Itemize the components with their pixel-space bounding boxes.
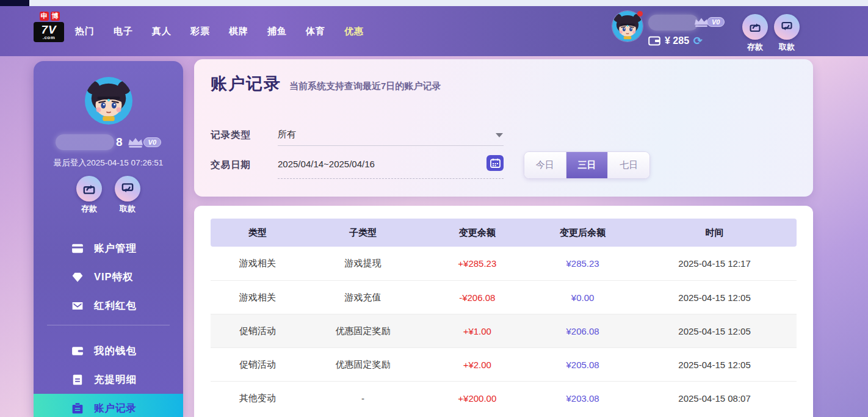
table-header-row: 类型 子类型 变更余额 变更后余额 时间 [211,219,797,247]
records-header-panel: 账户记录 当前系统支持查询最近7日的账户记录 记录类型 所有 交易日期 2025… [194,59,813,197]
sidebar-item-label: 红利红包 [94,299,137,313]
sidebar-item-transaction-details[interactable]: 充提明细 [34,365,183,394]
sidebar-username-masked [56,134,114,150]
sidebar-deposit-button[interactable]: 存款 [76,176,102,214]
table-row[interactable]: 游戏相关 游戏充值 -¥206.08 ¥0.00 2025-04-15 12:0… [211,280,797,314]
calendar-button[interactable] [486,155,504,171]
top-strip-dark-corner [0,0,29,6]
cell-subtype: 优惠固定奖励 [305,359,422,371]
date-range-label: 交易日期 [211,159,251,172]
withdraw-button[interactable]: 取款 [774,14,800,53]
cell-type: 其他变动 [211,393,305,404]
sidebar-withdraw-label: 取款 [115,203,140,214]
cell-change-amount: +¥200.00 [422,393,533,404]
cell-subtype: 游戏提现 [305,258,422,269]
records-table-panel: 类型 子类型 变更余额 变更后余额 时间 游戏相关 游戏提现 +¥285.23 … [194,206,813,417]
cell-change-amount: +¥285.23 [422,258,533,269]
record-type-select[interactable]: 所有 [278,129,296,140]
refresh-balance-icon[interactable]: ⟳ [693,35,703,46]
balance-row: ¥ 285 ⟳ [648,35,703,46]
range-button-7days[interactable]: 七日 [608,152,649,178]
cell-after-balance: ¥206.08 [533,326,632,336]
browser-top-strip [0,0,868,6]
cell-subtype: 游戏充值 [305,292,422,303]
sidebar-item-bonus[interactable]: 红利红包 [34,291,183,320]
date-range-quick-buttons: 今日 三日 七日 [524,151,650,179]
table-body: 游戏相关 游戏提现 +¥285.23 ¥285.23 2025-04-15 12… [211,247,797,415]
balance-amount: ¥ 285 [665,35,689,46]
header-type: 类型 [211,227,305,239]
cell-change-amount: +¥2.00 [422,360,533,370]
sidebar-vip-badge: V0 [143,137,161,147]
cell-type: 游戏相关 [211,258,305,269]
vip-badge-group[interactable]: V0 [693,16,725,27]
wallet-icon [71,345,84,357]
header-after-balance: 变更后余额 [533,227,632,239]
cell-after-balance: ¥285.23 [533,258,632,269]
cell-after-balance: ¥203.08 [533,393,632,404]
sidebar-username-suffix: 8 [116,136,123,149]
record-type-underline [278,145,504,146]
cell-time: 2025-04-15 12:17 [632,258,797,269]
cell-after-balance: ¥0.00 [533,292,632,303]
sidebar-item-label: 账户管理 [94,242,137,255]
clipboard-icon [71,402,84,415]
chevron-down-icon[interactable] [496,133,503,137]
notification-dot [637,11,643,16]
cell-time: 2025-04-15 12:05 [632,326,797,336]
withdraw-icon [780,20,794,34]
page-subtitle: 当前系统支持查询最近7日的账户记录 [289,81,441,92]
table-row[interactable]: 游戏相关 游戏提现 +¥285.23 ¥285.23 2025-04-15 12… [211,247,797,280]
sidebar-item-account-management[interactable]: 账户管理 [34,234,183,263]
sidebar-divider [47,325,170,325]
range-button-3days[interactable]: 三日 [566,152,609,178]
wallet-icon [648,36,660,46]
sidebar-item-account-records[interactable]: 账户记录 [34,394,183,417]
cell-type: 促销活动 [211,359,305,371]
date-range-input[interactable]: 2025/04/14~2025/04/16 [278,159,375,169]
vip-level-badge: V0 [707,17,725,27]
sidebar-item-label: 充提明细 [94,373,137,386]
sidebar-username-row: 8 V0 [34,134,183,150]
table-row[interactable]: 促销活动 优惠固定奖励 +¥2.00 ¥205.08 2025-04-15 12… [211,347,797,381]
cell-type: 促销活动 [211,325,305,337]
sidebar-deposit-label: 存款 [76,203,102,214]
deposit-button[interactable]: 存款 [742,14,768,53]
cell-time: 2025-04-15 12:05 [632,360,797,370]
date-range-underline [278,178,504,179]
withdraw-label: 取款 [774,42,800,53]
card-icon [71,242,84,255]
page-title: 账户记录 [211,73,281,95]
range-button-today[interactable]: 今日 [524,152,566,178]
gem-icon [71,271,84,283]
sidebar-avatar[interactable] [85,77,132,125]
header-time: 时间 [632,227,797,239]
sidebar-item-label: 账户记录 [94,402,137,415]
table-row[interactable]: 促销活动 优惠固定奖励 +¥1.00 ¥206.08 2025-04-15 12… [211,314,797,347]
crown-icon [127,136,144,148]
cell-subtype: - [305,393,422,404]
last-login-text: 最后登入2025-04-15 07:26:51 [34,158,183,169]
table-row[interactable]: 其他变动 - +¥200.00 ¥203.08 2025-04-15 08:07 [211,381,797,415]
cell-change-amount: +¥1.00 [422,326,533,336]
deposit-icon [82,181,96,196]
cell-time: 2025-04-15 12:05 [632,292,797,303]
user-cluster: V0 ¥ 285 ⟳ 存款 取款 [0,6,868,56]
sidebar-actions: 存款 取款 [34,176,183,214]
deposit-icon [748,20,762,34]
sidebar-withdraw-button[interactable]: 取款 [115,176,140,214]
cell-subtype: 优惠固定奖励 [305,325,422,337]
cell-change-amount: -¥206.08 [422,292,533,303]
header-change-amount: 变更余额 [422,227,533,239]
header-subtype: 子类型 [305,227,422,239]
deposit-label: 存款 [742,42,768,53]
sidebar-item-label: 我的钱包 [94,344,137,358]
sidebar: 8 V0 最后登入2025-04-15 07:26:51 存款 取款 账户管理 … [34,61,183,417]
sidebar-item-my-wallet[interactable]: 我的钱包 [34,336,183,365]
sidebar-menu: 账户管理 VIP特权 红利红包 我的钱包 充提明细 [34,234,183,417]
calendar-icon [490,158,501,168]
document-icon [71,374,84,386]
cell-type: 游戏相关 [211,292,305,303]
envelope-icon [71,300,84,312]
sidebar-item-vip[interactable]: VIP特权 [34,263,183,291]
